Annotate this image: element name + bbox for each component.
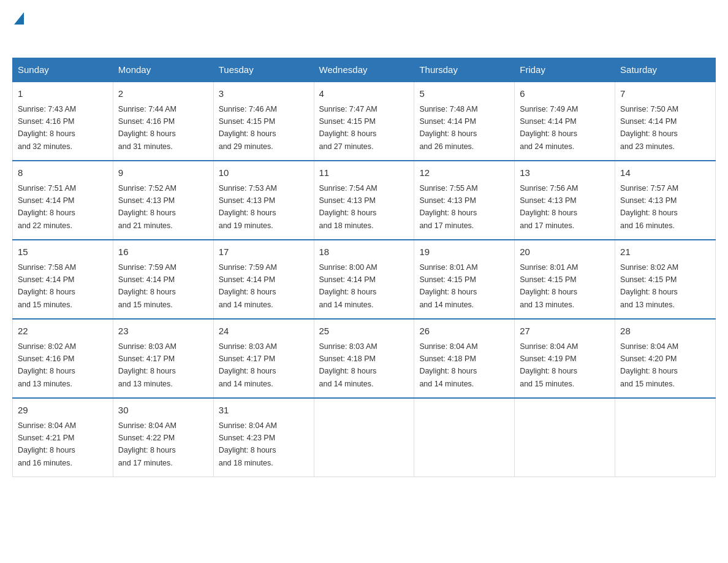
calendar-week-1: 1 Sunrise: 7:43 AMSunset: 4:16 PMDayligh… <box>13 82 716 161</box>
day-info: Sunrise: 8:02 AMSunset: 4:16 PMDaylight:… <box>18 342 76 388</box>
calendar-cell: 16 Sunrise: 7:59 AMSunset: 4:14 PMDaylig… <box>113 240 213 319</box>
calendar-week-5: 29 Sunrise: 8:04 AMSunset: 4:21 PMDaylig… <box>13 398 716 477</box>
column-header-monday: Monday <box>113 58 213 82</box>
column-header-friday: Friday <box>515 58 615 82</box>
calendar-header: SundayMondayTuesdayWednesdayThursdayFrid… <box>13 58 716 82</box>
calendar-cell: 4 Sunrise: 7:47 AMSunset: 4:15 PMDayligh… <box>314 82 414 161</box>
day-number: 23 <box>118 324 208 339</box>
day-number: 27 <box>520 324 610 339</box>
day-number: 26 <box>419 324 509 339</box>
day-info: Sunrise: 8:03 AMSunset: 4:17 PMDaylight:… <box>118 342 176 388</box>
day-info: Sunrise: 8:04 AMSunset: 4:21 PMDaylight:… <box>18 421 76 467</box>
calendar-cell <box>414 398 515 477</box>
column-header-sunday: Sunday <box>13 58 113 82</box>
calendar-cell: 7 Sunrise: 7:50 AMSunset: 4:14 PMDayligh… <box>615 82 716 161</box>
day-number: 16 <box>118 245 208 259</box>
day-info: Sunrise: 7:50 AMSunset: 4:14 PMDaylight:… <box>620 105 678 151</box>
day-info: Sunrise: 7:51 AMSunset: 4:14 PMDaylight:… <box>18 184 76 230</box>
calendar-cell: 13 Sunrise: 7:56 AMSunset: 4:13 PMDaylig… <box>515 161 615 240</box>
day-info: Sunrise: 8:04 AMSunset: 4:22 PMDaylight:… <box>118 421 176 467</box>
day-number: 20 <box>520 245 610 259</box>
day-info: Sunrise: 7:43 AMSunset: 4:16 PMDaylight:… <box>18 105 76 151</box>
day-number: 25 <box>319 324 409 339</box>
day-number: 3 <box>219 87 309 101</box>
day-info: Sunrise: 7:58 AMSunset: 4:14 PMDaylight:… <box>18 263 76 309</box>
calendar-cell: 30 Sunrise: 8:04 AMSunset: 4:22 PMDaylig… <box>113 398 213 477</box>
day-number: 7 <box>620 87 710 101</box>
day-number: 19 <box>419 245 509 259</box>
calendar-cell: 20 Sunrise: 8:01 AMSunset: 4:15 PMDaylig… <box>515 240 615 319</box>
calendar-cell: 31 Sunrise: 8:04 AMSunset: 4:23 PMDaylig… <box>213 398 314 477</box>
calendar-cell: 10 Sunrise: 7:53 AMSunset: 4:13 PMDaylig… <box>213 161 314 240</box>
calendar-cell: 14 Sunrise: 7:57 AMSunset: 4:13 PMDaylig… <box>615 161 716 240</box>
day-number: 13 <box>520 166 610 180</box>
day-info: Sunrise: 7:54 AMSunset: 4:13 PMDaylight:… <box>319 184 377 230</box>
day-info: Sunrise: 7:59 AMSunset: 4:14 PMDaylight:… <box>118 263 176 309</box>
day-number: 30 <box>118 404 208 418</box>
calendar-cell: 18 Sunrise: 8:00 AMSunset: 4:14 PMDaylig… <box>314 240 414 319</box>
calendar-cell: 1 Sunrise: 7:43 AMSunset: 4:16 PMDayligh… <box>13 82 113 161</box>
day-number: 17 <box>219 245 309 259</box>
calendar-cell: 23 Sunrise: 8:03 AMSunset: 4:17 PMDaylig… <box>113 319 213 398</box>
calendar-cell: 5 Sunrise: 7:48 AMSunset: 4:14 PMDayligh… <box>414 82 515 161</box>
column-header-wednesday: Wednesday <box>314 58 414 82</box>
column-header-thursday: Thursday <box>414 58 515 82</box>
day-number: 1 <box>18 87 108 101</box>
calendar-week-2: 8 Sunrise: 7:51 AMSunset: 4:14 PMDayligh… <box>13 161 716 240</box>
column-header-saturday: Saturday <box>615 58 716 82</box>
day-number: 6 <box>520 87 610 101</box>
day-number: 22 <box>18 324 108 339</box>
day-number: 31 <box>219 404 309 418</box>
day-number: 15 <box>18 245 108 259</box>
calendar-cell: 22 Sunrise: 8:02 AMSunset: 4:16 PMDaylig… <box>13 319 113 398</box>
day-number: 28 <box>620 324 710 339</box>
day-info: Sunrise: 7:59 AMSunset: 4:14 PMDaylight:… <box>219 263 277 309</box>
calendar-cell: 15 Sunrise: 7:58 AMSunset: 4:14 PMDaylig… <box>13 240 113 319</box>
day-info: Sunrise: 7:56 AMSunset: 4:13 PMDaylight:… <box>520 184 578 230</box>
day-info: Sunrise: 8:00 AMSunset: 4:14 PMDaylight:… <box>319 263 377 309</box>
day-info: Sunrise: 7:57 AMSunset: 4:13 PMDaylight:… <box>620 184 678 230</box>
calendar-week-4: 22 Sunrise: 8:02 AMSunset: 4:16 PMDaylig… <box>13 319 716 398</box>
day-number: 11 <box>319 166 409 180</box>
calendar-cell <box>314 398 414 477</box>
logo <box>12 12 24 45</box>
day-info: Sunrise: 8:01 AMSunset: 4:15 PMDaylight:… <box>419 263 477 309</box>
day-info: Sunrise: 8:01 AMSunset: 4:15 PMDaylight:… <box>520 263 578 309</box>
day-info: Sunrise: 7:55 AMSunset: 4:13 PMDaylight:… <box>419 184 477 230</box>
calendar-cell: 26 Sunrise: 8:04 AMSunset: 4:18 PMDaylig… <box>414 319 515 398</box>
calendar-cell: 8 Sunrise: 7:51 AMSunset: 4:14 PMDayligh… <box>13 161 113 240</box>
calendar-cell: 21 Sunrise: 8:02 AMSunset: 4:15 PMDaylig… <box>615 240 716 319</box>
calendar-week-3: 15 Sunrise: 7:58 AMSunset: 4:14 PMDaylig… <box>13 240 716 319</box>
calendar-cell: 28 Sunrise: 8:04 AMSunset: 4:20 PMDaylig… <box>615 319 716 398</box>
logo-triangle-icon <box>14 12 24 25</box>
day-number: 4 <box>319 87 409 101</box>
day-number: 12 <box>419 166 509 180</box>
day-info: Sunrise: 8:04 AMSunset: 4:20 PMDaylight:… <box>620 342 678 388</box>
day-info: Sunrise: 8:03 AMSunset: 4:18 PMDaylight:… <box>319 342 377 388</box>
calendar-cell <box>615 398 716 477</box>
day-info: Sunrise: 8:02 AMSunset: 4:15 PMDaylight:… <box>620 263 678 309</box>
column-header-tuesday: Tuesday <box>213 58 314 82</box>
calendar-cell: 11 Sunrise: 7:54 AMSunset: 4:13 PMDaylig… <box>314 161 414 240</box>
calendar-cell: 19 Sunrise: 8:01 AMSunset: 4:15 PMDaylig… <box>414 240 515 319</box>
day-info: Sunrise: 8:04 AMSunset: 4:18 PMDaylight:… <box>419 342 477 388</box>
day-number: 24 <box>219 324 309 339</box>
calendar-cell: 9 Sunrise: 7:52 AMSunset: 4:13 PMDayligh… <box>113 161 213 240</box>
day-info: Sunrise: 7:49 AMSunset: 4:14 PMDaylight:… <box>520 105 578 151</box>
day-number: 29 <box>18 404 108 418</box>
calendar-cell <box>515 398 615 477</box>
calendar-cell: 29 Sunrise: 8:04 AMSunset: 4:21 PMDaylig… <box>13 398 113 477</box>
calendar-cell: 17 Sunrise: 7:59 AMSunset: 4:14 PMDaylig… <box>213 240 314 319</box>
calendar-cell: 24 Sunrise: 8:03 AMSunset: 4:17 PMDaylig… <box>213 319 314 398</box>
day-number: 14 <box>620 166 710 180</box>
day-info: Sunrise: 7:48 AMSunset: 4:14 PMDaylight:… <box>419 105 477 151</box>
day-info: Sunrise: 7:44 AMSunset: 4:16 PMDaylight:… <box>118 105 176 151</box>
calendar-cell: 25 Sunrise: 8:03 AMSunset: 4:18 PMDaylig… <box>314 319 414 398</box>
day-info: Sunrise: 8:03 AMSunset: 4:17 PMDaylight:… <box>219 342 277 388</box>
day-number: 8 <box>18 166 108 180</box>
calendar-cell: 3 Sunrise: 7:46 AMSunset: 4:15 PMDayligh… <box>213 82 314 161</box>
day-number: 5 <box>419 87 509 101</box>
calendar-cell: 12 Sunrise: 7:55 AMSunset: 4:13 PMDaylig… <box>414 161 515 240</box>
day-info: Sunrise: 7:47 AMSunset: 4:15 PMDaylight:… <box>319 105 377 151</box>
day-info: Sunrise: 7:52 AMSunset: 4:13 PMDaylight:… <box>118 184 176 230</box>
